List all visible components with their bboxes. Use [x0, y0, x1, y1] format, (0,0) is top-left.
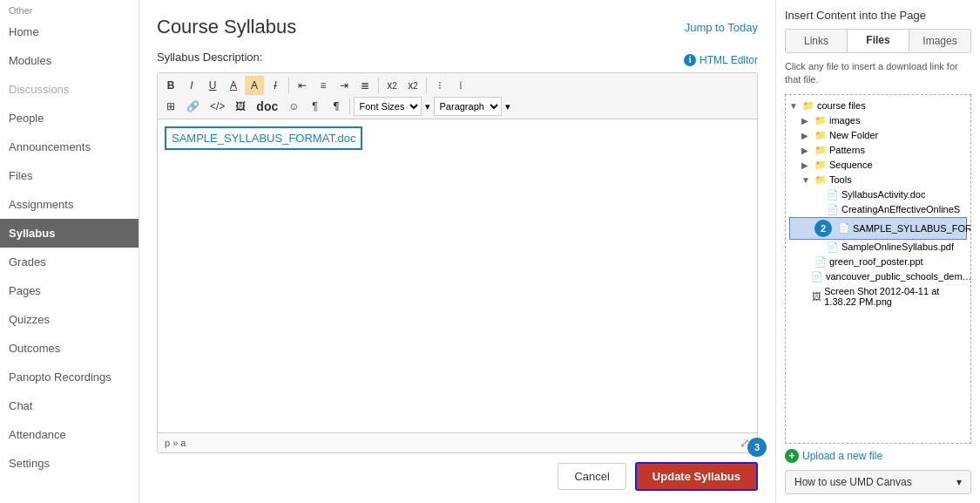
italic-button[interactable]: I — [182, 76, 201, 95]
step2-badge: 2 — [814, 220, 832, 237]
tree-folder-images-label: images — [829, 115, 860, 126]
green-roof-file-icon: 📄 — [814, 256, 827, 268]
tree-folder-patterns-label: Patterns — [829, 145, 865, 155]
editor-path: p » a — [165, 438, 186, 448]
superscript-button[interactable]: x2 — [382, 76, 402, 95]
how-to-dropdown[interactable]: How to use UMD Canvas ▾ — [785, 470, 971, 494]
jump-to-today-link[interactable]: Jump to Today — [685, 21, 758, 34]
tree-file-sample-online-label: SampleOnlineSyllabus.pdf — [841, 241, 954, 252]
sidebar-item-announcements[interactable]: Announcements — [0, 133, 139, 161]
sidebar-item-outcomes[interactable]: Outcomes — [0, 334, 139, 363]
sidebar-item-syllabus[interactable]: Syllabus — [0, 219, 139, 248]
vancouver-file-icon: 📄 — [811, 271, 823, 282]
special-char-button[interactable]: ☺ — [284, 97, 303, 116]
tree-file-sample-syllabus-label: SAMPLE_SYLLABUS_FOR… — [853, 223, 971, 234]
sidebar-item-panopto[interactable]: Panopto Recordings — [0, 363, 139, 391]
strikethrough-button[interactable]: I — [266, 76, 285, 95]
embed-button[interactable]: </> — [206, 97, 229, 116]
html-editor-link[interactable]: i HTML Editor — [684, 54, 758, 66]
show-blocks2-button[interactable]: ¶ — [306, 97, 325, 116]
paragraph-select[interactable]: Paragraph — [434, 97, 502, 116]
tree-folder-new[interactable]: ▶ 📁 New Folder — [789, 128, 967, 143]
tab-images[interactable]: Images — [909, 30, 970, 52]
upload-plus-icon: + — [785, 449, 799, 463]
tree-file-green-roof[interactable]: ▶ 📄 green_roof_poster.ppt — [789, 255, 967, 269]
sidebar-section-label: Other — [0, 0, 139, 17]
show-blocks-button[interactable]: doc — [252, 97, 282, 116]
file-tree[interactable]: ▼ 📁 course files ▶ 📁 images ▶ 📁 New Fold… — [785, 94, 971, 444]
subscript-button[interactable]: x2 — [403, 76, 422, 95]
sidebar-item-files[interactable]: Files — [0, 161, 139, 190]
tab-links[interactable]: Links — [786, 30, 848, 52]
align-right-button[interactable]: ⇥ — [335, 76, 354, 95]
insert-content-title: Insert Content into the Page — [785, 9, 971, 22]
upload-label: Upload a new file — [802, 450, 882, 462]
new-folder-icon: 📁 — [814, 130, 827, 141]
tree-folder-sequence[interactable]: ▶ 📁 Sequence — [789, 158, 967, 173]
sample-online-file-icon: 📄 — [827, 241, 839, 253]
tree-root-label: course files — [817, 100, 866, 111]
root-folder-icon: 📁 — [802, 100, 814, 112]
table-button[interactable]: ⊞ — [161, 97, 180, 116]
sidebar-item-discussions[interactable]: Discussions — [0, 75, 139, 104]
editor-area[interactable]: SAMPLE_SYLLABUS_FORMAT.doc — [158, 119, 757, 432]
syllabus-desc-row: Syllabus Description: i HTML Editor — [157, 51, 758, 69]
sidebar-item-assignments[interactable]: Assignments — [0, 190, 139, 219]
sidebar-item-people[interactable]: People — [0, 104, 139, 133]
sequence-folder-icon: 📁 — [814, 160, 827, 171]
font-size-select[interactable]: Font Sizes — [354, 97, 422, 116]
tree-folder-images[interactable]: ▶ 📁 images — [789, 113, 967, 128]
how-to-label: How to use UMD Canvas — [794, 476, 912, 488]
show-blocks3-button[interactable]: ¶̈ — [327, 97, 346, 116]
update-syllabus-button[interactable]: Update Syllabus — [635, 462, 758, 491]
image-button[interactable]: 🖼 — [231, 97, 250, 116]
tree-file-vancouver-label: vancouver_public_schools_dem… — [826, 271, 971, 282]
step3-badge: 3 — [747, 438, 767, 457]
html-editor-label: HTML Editor — [700, 54, 758, 66]
tree-file-vancouver[interactable]: ▶ 📄 vancouver_public_schools_dem… — [789, 269, 967, 284]
new-folder-toggle-icon: ▶ — [801, 131, 812, 140]
tree-file-sample-online[interactable]: ▶ 📄 SampleOnlineSyllabus.pdf — [789, 240, 967, 255]
tree-folder-patterns[interactable]: ▶ 📁 Patterns — [789, 143, 967, 158]
toolbar-sep-3 — [426, 78, 427, 93]
creating-effective-file-icon: 📄 — [827, 204, 839, 215]
tree-file-creating-effective-label: CreatingAnEffectiveOnlineS — [841, 204, 960, 214]
align-justify-button[interactable]: ≣ — [355, 76, 375, 95]
tree-file-syllabus-activity[interactable]: ▶ 📄 SyllabusActivity.doc — [789, 187, 967, 202]
tree-file-screenshot[interactable]: ▶ 🖼 Screen Shot 2012-04-11 at 1.38.22 PM… — [789, 284, 967, 309]
font-color-button[interactable]: A — [224, 76, 243, 95]
sidebar-item-home[interactable]: Home — [0, 17, 139, 46]
toolbar-row-2: ⊞ 🔗 </> 🖼 doc ☺ ¶ ¶̈ Font Sizes ▾ Paragr… — [161, 97, 754, 116]
sidebar-item-attendance[interactable]: Attendance — [0, 420, 139, 449]
tree-file-sample-syllabus[interactable]: 2 📄 SAMPLE_SYLLABUS_FOR… — [789, 217, 967, 240]
tree-file-syllabus-activity-label: SyllabusActivity.doc — [841, 189, 925, 200]
tree-folder-tools[interactable]: ▼ 📁 Tools — [789, 173, 967, 187]
insert-tabs: Links Files Images — [785, 29, 971, 53]
sidebar-item-settings[interactable]: Settings — [0, 449, 139, 478]
link-button[interactable]: 🔗 — [182, 97, 204, 116]
toolbar-sep-4 — [349, 99, 350, 114]
sidebar-item-grades[interactable]: Grades — [0, 248, 139, 276]
sidebar-item-pages[interactable]: Pages — [0, 276, 139, 305]
align-left-button[interactable]: ⇤ — [293, 76, 312, 95]
how-to-chevron-icon: ▾ — [956, 476, 962, 488]
sidebar-item-modules[interactable]: Modules — [0, 46, 139, 75]
editor-toolbar: B I U A A I ⇤ ≡ ⇥ ≣ x2 x2 ⁝ ⁞ ⊞ 🔗 — [158, 73, 757, 119]
tree-file-green-roof-label: green_roof_poster.ppt — [829, 256, 923, 267]
editor-content-box[interactable]: SAMPLE_SYLLABUS_FORMAT.doc — [165, 126, 362, 150]
patterns-folder-icon: 📁 — [814, 145, 827, 156]
underline-button[interactable]: U — [203, 76, 222, 95]
bg-color-button[interactable]: A — [245, 76, 264, 95]
unordered-list-button[interactable]: ⁝ — [430, 76, 449, 95]
cancel-button[interactable]: Cancel — [558, 463, 625, 490]
upload-link[interactable]: + Upload a new file — [785, 449, 971, 463]
ordered-list-button[interactable]: ⁞ — [451, 76, 470, 95]
sidebar-item-quizzes[interactable]: Quizzes — [0, 305, 139, 334]
tree-root[interactable]: ▼ 📁 course files — [789, 99, 967, 113]
images-toggle-icon: ▶ — [801, 116, 812, 126]
sidebar-item-chat[interactable]: Chat — [0, 391, 139, 420]
tree-file-creating-effective[interactable]: ▶ 📄 CreatingAnEffectiveOnlineS — [789, 202, 967, 217]
align-center-button[interactable]: ≡ — [314, 76, 333, 95]
bold-button[interactable]: B — [161, 76, 180, 95]
tab-files[interactable]: Files — [848, 30, 909, 52]
